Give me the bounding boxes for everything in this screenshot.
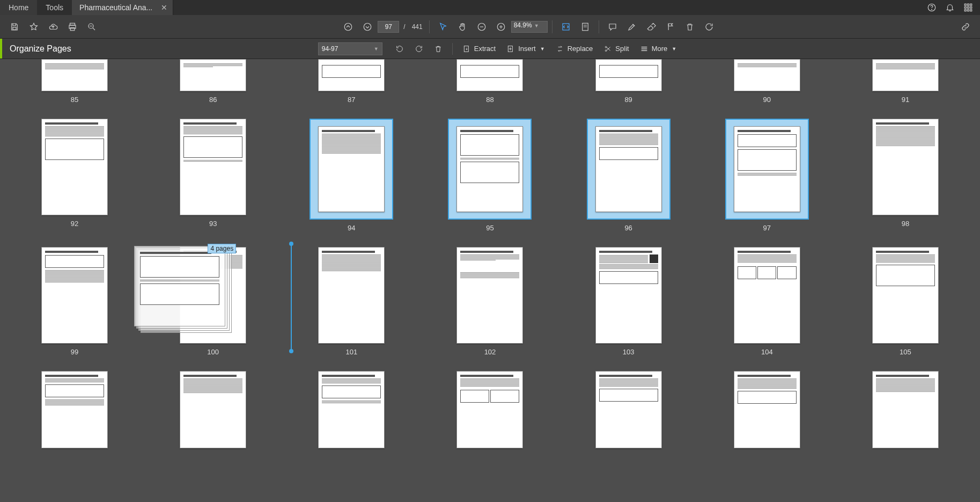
page-down-icon[interactable] xyxy=(358,18,377,36)
page-thumb[interactable]: 88 xyxy=(431,59,548,104)
more-button[interactable]: More▼ xyxy=(635,41,682,57)
fit-width-icon[interactable] xyxy=(557,18,575,36)
svg-rect-11 xyxy=(13,27,16,30)
save-icon[interactable] xyxy=(5,18,24,36)
page-thumb[interactable] xyxy=(431,371,548,448)
split-button[interactable]: Split xyxy=(598,41,634,57)
accent-strip xyxy=(0,39,2,59)
svg-point-25 xyxy=(606,50,607,52)
svg-point-24 xyxy=(606,46,607,48)
print-icon[interactable] xyxy=(63,18,82,36)
document-tab[interactable]: Pharmaceutical Ana... ✕ xyxy=(72,0,173,15)
svg-rect-5 xyxy=(964,7,966,9)
extract-button[interactable]: Extract xyxy=(457,41,501,57)
page-thumb[interactable]: 89 xyxy=(570,59,687,104)
svg-rect-2 xyxy=(964,4,966,5)
page-thumb-selected[interactable]: 94 xyxy=(293,119,410,232)
rotate-cw-button[interactable] xyxy=(409,41,429,57)
hand-icon[interactable] xyxy=(453,18,471,36)
sign-icon[interactable] xyxy=(661,18,680,36)
svg-point-1 xyxy=(932,9,932,10)
page-thumb[interactable] xyxy=(709,371,826,448)
zoom-out-icon[interactable] xyxy=(473,18,491,36)
svg-rect-4 xyxy=(970,4,972,5)
cloud-upload-icon[interactable] xyxy=(44,18,62,36)
svg-rect-7 xyxy=(970,7,972,9)
organize-pages-title: Organize Pages xyxy=(10,44,71,54)
page-range-select[interactable]: 94-97▼ xyxy=(318,42,382,55)
help-icon[interactable] xyxy=(926,2,937,13)
pointer-icon[interactable] xyxy=(434,18,452,36)
page-thumb[interactable]: 99 xyxy=(16,247,133,356)
svg-rect-28 xyxy=(641,50,647,50)
zoom-select[interactable]: 84.9%▼ xyxy=(511,21,548,33)
page-thumb[interactable]: 92 xyxy=(16,119,133,232)
svg-rect-8 xyxy=(964,10,966,11)
page-thumb[interactable]: 85 xyxy=(16,59,133,104)
thumbnail-area[interactable]: 85 86 87 88 89 90 91 92 93 94 95 96 97 9… xyxy=(0,59,980,502)
svg-rect-22 xyxy=(464,46,468,52)
page-sep: / xyxy=(401,23,407,31)
page-thumb[interactable]: 103 xyxy=(570,247,687,356)
insert-button[interactable]: Insert▼ xyxy=(501,41,550,57)
search-minus-icon[interactable] xyxy=(83,18,101,36)
svg-rect-3 xyxy=(968,4,969,5)
comment-icon[interactable] xyxy=(603,18,622,36)
page-thumb[interactable] xyxy=(154,371,271,448)
svg-point-17 xyxy=(364,23,372,31)
highlight-icon[interactable] xyxy=(623,18,641,36)
link-icon[interactable] xyxy=(956,18,975,36)
page-thumb[interactable]: 98 xyxy=(847,119,964,232)
erase-icon[interactable] xyxy=(642,18,660,36)
page-thumb[interactable]: 101 xyxy=(293,247,410,356)
page-thumb[interactable] xyxy=(847,371,964,448)
drop-indicator xyxy=(291,244,292,351)
page-thumb[interactable]: 86 xyxy=(154,59,271,104)
refresh-icon[interactable] xyxy=(700,18,718,36)
page-thumb[interactable]: 87 xyxy=(293,59,410,104)
close-icon[interactable]: ✕ xyxy=(161,3,167,12)
zoom-in-icon[interactable] xyxy=(492,18,510,36)
page-thumb-selected[interactable]: 97 xyxy=(709,119,826,232)
page-thumb[interactable] xyxy=(16,371,133,448)
fit-page-icon[interactable] xyxy=(576,18,594,36)
page-thumb[interactable] xyxy=(293,371,410,448)
menu-home[interactable]: Home xyxy=(0,0,37,15)
star-icon[interactable] xyxy=(25,18,43,36)
page-thumb[interactable] xyxy=(570,371,687,448)
bell-icon[interactable] xyxy=(945,2,955,13)
trash-icon[interactable] xyxy=(681,18,699,36)
menu-tools[interactable]: Tools xyxy=(37,0,72,15)
apps-grid-icon[interactable] xyxy=(963,2,974,13)
svg-point-16 xyxy=(345,23,352,31)
svg-rect-14 xyxy=(70,27,75,30)
svg-rect-6 xyxy=(968,7,969,9)
page-thumb-selected[interactable]: 96 xyxy=(570,119,687,232)
page-thumb[interactable]: 104 xyxy=(709,247,826,356)
svg-rect-26 xyxy=(641,47,647,47)
svg-rect-27 xyxy=(641,48,647,49)
page-thumb[interactable]: 93 xyxy=(154,119,271,232)
page-thumb-selected[interactable]: 95 xyxy=(431,119,548,232)
page-up-icon[interactable] xyxy=(339,18,357,36)
rotate-ccw-button[interactable] xyxy=(390,41,409,57)
page-thumb[interactable]: 90 xyxy=(709,59,826,104)
svg-rect-9 xyxy=(968,10,969,11)
page-thumb[interactable]: 91 xyxy=(847,59,964,104)
current-page-input[interactable] xyxy=(378,21,399,33)
replace-button[interactable]: Replace xyxy=(550,41,599,57)
page-thumb[interactable]: 100 4 pages xyxy=(154,247,271,356)
page-thumb[interactable]: 105 xyxy=(847,247,964,356)
tab-title: Pharmaceutical Ana... xyxy=(79,3,152,12)
svg-rect-10 xyxy=(970,10,972,11)
total-pages: 441 xyxy=(410,23,425,31)
page-thumb[interactable]: 102 xyxy=(431,247,548,356)
delete-pages-button[interactable] xyxy=(429,41,448,57)
